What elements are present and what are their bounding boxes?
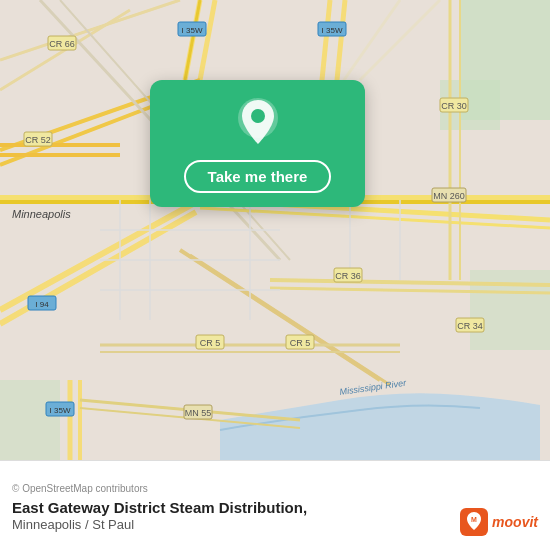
svg-text:Minneapolis: Minneapolis [12,208,71,220]
svg-text:MN 260: MN 260 [433,191,465,201]
svg-text:CR 5: CR 5 [200,338,221,348]
svg-text:CR 34: CR 34 [457,321,483,331]
moovit-text: moovit [492,514,538,530]
svg-text:I 35W: I 35W [322,26,343,35]
location-subtitle: Minneapolis / St Paul [12,517,538,532]
svg-text:MN 55: MN 55 [185,408,212,418]
bottom-bar: © OpenStreetMap contributors East Gatewa… [0,460,550,550]
moovit-icon: M [460,508,488,536]
map-container: CR 66 I 35W I 35W CR 52 CR 30 MN 260 Min… [0,0,550,460]
svg-point-76 [251,109,265,123]
svg-text:CR 36: CR 36 [335,271,361,281]
moovit-logo: M moovit [460,508,538,536]
attribution-text: © OpenStreetMap contributors [12,483,538,494]
svg-rect-3 [0,380,60,460]
take-me-there-button[interactable]: Take me there [184,160,332,193]
location-title: East Gateway District Steam Distribution… [12,498,538,518]
svg-text:CR 52: CR 52 [25,135,51,145]
location-pin-icon [236,98,280,150]
svg-text:I 35W: I 35W [182,26,203,35]
svg-text:CR 66: CR 66 [49,39,75,49]
svg-text:I 35W: I 35W [50,406,71,415]
svg-text:M: M [471,516,477,523]
pin-icon-container [232,98,284,150]
location-card: Take me there [150,80,365,207]
map-background: CR 66 I 35W I 35W CR 52 CR 30 MN 260 Min… [0,0,550,460]
svg-text:CR 5: CR 5 [290,338,311,348]
svg-text:CR 30: CR 30 [441,101,467,111]
svg-text:I 94: I 94 [35,300,49,309]
